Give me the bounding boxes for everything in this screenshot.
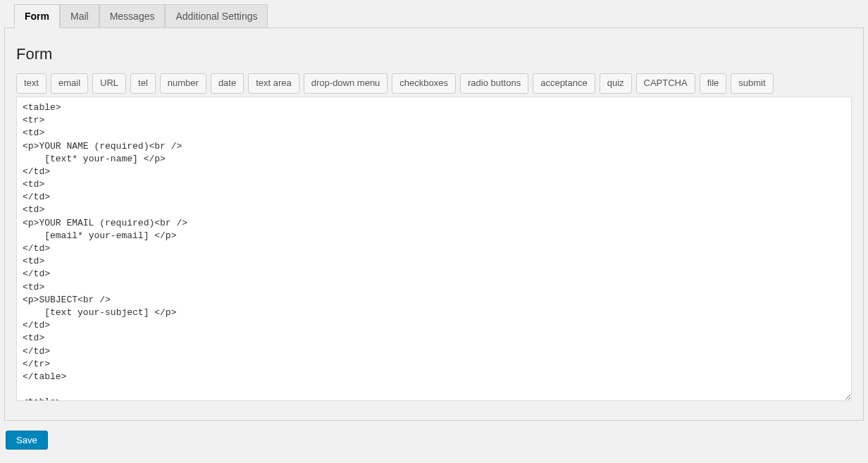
tab-form[interactable]: Form	[14, 4, 60, 28]
tag-button-textarea[interactable]: text area	[248, 73, 299, 94]
tag-button-checkboxes[interactable]: checkboxes	[392, 73, 456, 94]
tab-messages[interactable]: Messages	[99, 4, 166, 28]
form-panel: Form text email URL tel number date text…	[4, 27, 864, 421]
tag-button-date[interactable]: date	[211, 73, 244, 94]
tab-mail[interactable]: Mail	[60, 4, 99, 28]
tag-button-url[interactable]: URL	[92, 73, 126, 94]
tag-button-text[interactable]: text	[16, 73, 46, 94]
tag-button-email[interactable]: email	[51, 73, 88, 94]
tabs-bar: Form Mail Messages Additional Settings	[14, 4, 864, 27]
tag-button-file[interactable]: file	[700, 73, 727, 94]
tag-buttons-row: text email URL tel number date text area…	[16, 73, 852, 94]
tag-button-captcha[interactable]: CAPTCHA	[636, 73, 695, 94]
form-code-textarea[interactable]	[16, 97, 852, 401]
tab-additional-settings[interactable]: Additional Settings	[165, 4, 268, 28]
save-button[interactable]: Save	[6, 431, 48, 450]
tag-button-number[interactable]: number	[160, 73, 206, 94]
section-heading: Form	[16, 45, 852, 63]
tag-button-acceptance[interactable]: acceptance	[533, 73, 595, 94]
tag-button-submit[interactable]: submit	[731, 73, 773, 94]
tag-button-dropdown[interactable]: drop-down menu	[304, 73, 388, 94]
tag-button-quiz[interactable]: quiz	[600, 73, 632, 94]
tag-button-radio[interactable]: radio buttons	[460, 73, 528, 94]
tag-button-tel[interactable]: tel	[130, 73, 156, 94]
